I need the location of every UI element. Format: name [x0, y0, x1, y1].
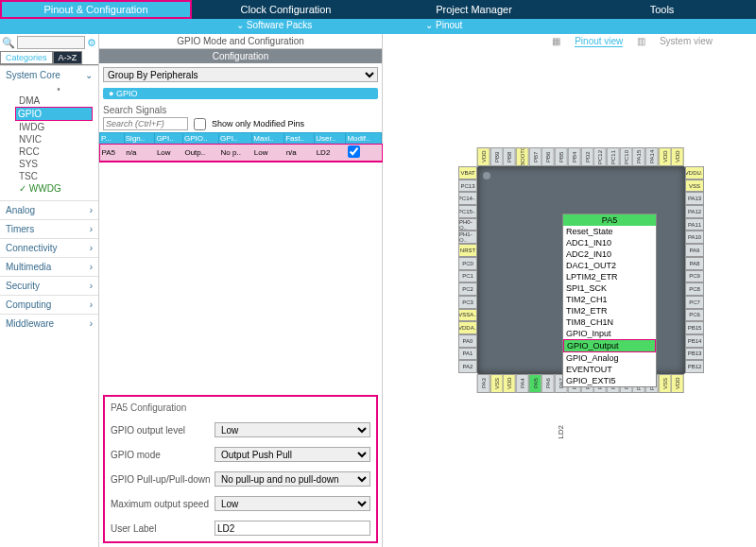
tree-gpio[interactable]: GPIO — [15, 107, 93, 121]
tree-nvic[interactable]: NVIC — [19, 133, 98, 145]
pin-PC2[interactable]: PC2 — [458, 282, 477, 296]
pin-PC13[interactable]: PC13 — [458, 179, 477, 193]
pin-VSSA..[interactable]: VSSA.. — [458, 309, 477, 322]
pin-PC3[interactable]: PC3 — [458, 296, 477, 309]
pin-VDD[interactable]: VDD — [671, 374, 684, 393]
pin-PC6[interactable]: PC6 — [685, 309, 704, 322]
section-timers[interactable]: Timers› — [0, 219, 98, 238]
pin-PB8[interactable]: PB8 — [503, 147, 516, 166]
tree-sys[interactable]: SYS — [19, 158, 98, 170]
ctx-opt-ADC2_IN10[interactable]: ADC2_IN10 — [563, 248, 656, 260]
submenu-software-packs[interactable]: ⌄ Software Packs — [227, 19, 321, 34]
pin-PA5[interactable]: PA5 — [529, 374, 542, 393]
gpio-speed[interactable]: Low — [215, 496, 370, 511]
pin-PA8[interactable]: PA8 — [685, 257, 704, 270]
tab-az[interactable]: A->Z — [53, 51, 83, 64]
section-multimedia[interactable]: Multimedia› — [0, 257, 98, 276]
pin-PA13[interactable]: PA13 — [685, 192, 704, 205]
pin-PB13[interactable]: PB13 — [685, 348, 704, 361]
ctx-opt-TIM8_CH1N[interactable]: TIM8_CH1N — [563, 316, 656, 328]
search-combo[interactable] — [17, 36, 85, 49]
pin-PC1[interactable]: PC1 — [458, 270, 477, 283]
pin-PA9[interactable]: PA9 — [685, 244, 704, 257]
row-mod-check[interactable] — [348, 145, 360, 158]
group-by[interactable]: Group By Peripherals — [103, 67, 378, 82]
tree-rcc[interactable]: RCC — [19, 145, 98, 158]
ctx-opt-GPIO_EXTI5[interactable]: GPIO_EXTI5 — [563, 375, 656, 386]
pin-PA11[interactable]: PA11 — [685, 218, 704, 231]
pin-VBAT[interactable]: VBAT — [458, 166, 477, 179]
pin-PC15-..[interactable]: PC15-.. — [458, 205, 477, 218]
tab-clock[interactable]: Clock Configuration — [192, 0, 380, 19]
section-computing[interactable]: Computing› — [0, 295, 98, 314]
tab-categories[interactable]: Categories — [0, 51, 53, 64]
tree-tsc[interactable]: TSC — [19, 170, 98, 182]
pin-PB15[interactable]: PB15 — [685, 321, 704, 334]
section-middleware[interactable]: Middleware› — [0, 314, 98, 333]
table-row[interactable]: PA5n/aLow Outp..No p..Low n/aLD2 — [100, 145, 382, 162]
pin-PC8[interactable]: PC8 — [685, 282, 704, 296]
pin-PC0[interactable]: PC0 — [458, 257, 477, 270]
gpio-pull[interactable]: No pull-up and no pull-down — [215, 471, 370, 487]
ctx-opt-ADC1_IN10[interactable]: ADC1_IN10 — [563, 237, 656, 248]
pin-PA4[interactable]: PA4 — [516, 374, 529, 393]
section-connectivity[interactable]: Connectivity› — [0, 238, 98, 257]
pin-PH0-O..[interactable]: PH0-O.. — [458, 218, 477, 231]
tree-wwdg[interactable]: WWDG — [19, 182, 98, 195]
pin-PB7[interactable]: PB7 — [529, 147, 542, 166]
gear-icon[interactable]: ⚙ — [87, 37, 96, 49]
pin-PA1[interactable]: PA1 — [458, 348, 477, 361]
ctx-opt-TIM2_CH1[interactable]: TIM2_CH1 — [563, 294, 656, 305]
tree-dma[interactable]: DMA — [19, 94, 98, 107]
user-label[interactable] — [215, 521, 370, 536]
section-system-core[interactable]: System Core⌄ — [0, 65, 98, 84]
ctx-opt-LPTIM2_ETR[interactable]: LPTIM2_ETR — [563, 271, 656, 282]
ctx-opt-Reset_State[interactable]: Reset_State — [563, 226, 656, 237]
pin-VSS[interactable]: VSS — [659, 374, 672, 393]
pin-PA10[interactable]: PA10 — [685, 231, 704, 244]
pin-PD2[interactable]: PD2 — [581, 147, 594, 166]
system-view[interactable]: System view — [660, 36, 713, 46]
pin-PB14[interactable]: PB14 — [685, 334, 704, 348]
ctx-opt-GPIO_Analog[interactable]: GPIO_Analog — [563, 352, 656, 364]
section-analog[interactable]: Analog› — [0, 200, 98, 219]
pinout-view[interactable]: Pinout view — [575, 36, 623, 47]
pin-VDDA..[interactable]: VDDA.. — [458, 321, 477, 334]
pin-PC9[interactable]: PC9 — [685, 270, 704, 283]
pin-PA15[interactable]: PA15 — [632, 147, 645, 166]
submenu-pinout[interactable]: ⌄ Pinout — [416, 19, 472, 34]
pin-VDD[interactable]: VDD — [477, 147, 490, 166]
pin-NRST[interactable]: NRST — [458, 244, 477, 257]
pin-PB5[interactable]: PB5 — [555, 147, 568, 166]
pin-PB12[interactable]: PB12 — [685, 360, 704, 373]
pin-PA2[interactable]: PA2 — [458, 360, 477, 373]
tab-pinout[interactable]: Pinout & Configuration — [0, 0, 192, 19]
pin-PB4[interactable]: PB4 — [568, 147, 581, 166]
ctx-opt-DAC1_OUT2[interactable]: DAC1_OUT2 — [563, 260, 656, 271]
pin-VSS[interactable]: VSS — [490, 374, 504, 393]
gpio-mode[interactable]: Output Push Pull — [215, 447, 370, 462]
pin-PA6[interactable]: PA6 — [541, 374, 555, 393]
tree-iwdg[interactable]: IWDG — [19, 121, 98, 133]
pin-PA0[interactable]: PA0 — [458, 334, 477, 348]
pin-VDD[interactable]: VDD — [659, 147, 672, 166]
ctx-opt-SPI1_SCK[interactable]: SPI1_SCK — [563, 282, 656, 294]
ctx-opt-TIM2_ETR[interactable]: TIM2_ETR — [563, 305, 656, 316]
ctx-opt-GPIO_Output[interactable]: GPIO_Output — [563, 339, 656, 352]
section-security[interactable]: Security› — [0, 276, 98, 295]
ctx-opt-EVENTOUT[interactable]: EVENTOUT — [563, 364, 656, 375]
gpio-output-level[interactable]: Low — [215, 422, 370, 437]
pin-PB6[interactable]: PB6 — [541, 147, 555, 166]
tab-tools[interactable]: Tools — [568, 0, 756, 19]
tab-project[interactable]: Project Manager — [380, 0, 568, 19]
pin-VSS[interactable]: VSS — [685, 179, 704, 193]
pin-PB9[interactable]: PB9 — [490, 147, 504, 166]
pin-PC12[interactable]: PC12 — [593, 147, 607, 166]
pin-VDDU..[interactable]: VDDU.. — [685, 166, 704, 179]
modified-checkbox[interactable] — [194, 118, 206, 130]
pin-PA14[interactable]: PA14 — [645, 147, 659, 166]
pin-PA3[interactable]: PA3 — [477, 374, 490, 393]
search-signals[interactable] — [103, 117, 188, 130]
gpio-pill[interactable]: ● GPIO — [103, 88, 378, 99]
pin-VDD[interactable]: VDD — [503, 374, 516, 393]
